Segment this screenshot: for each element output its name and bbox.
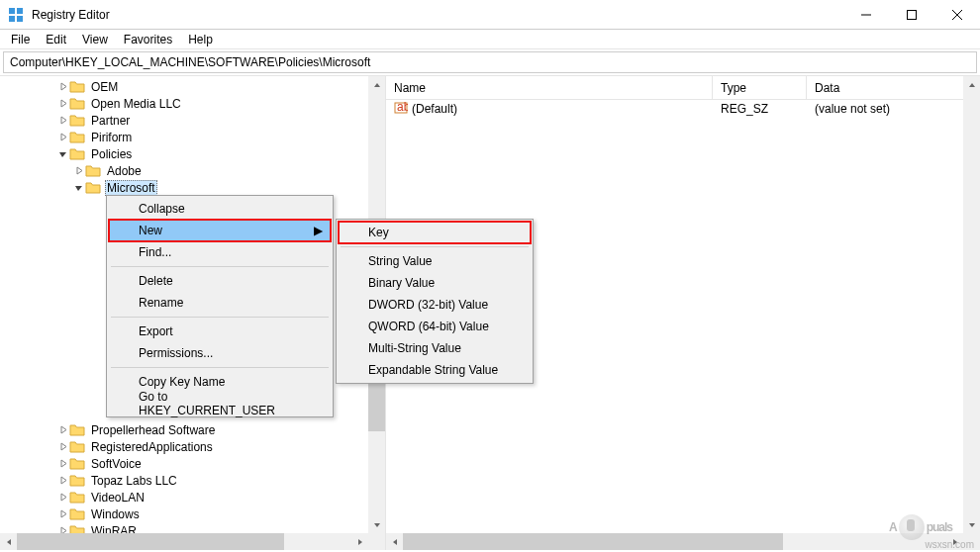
col-data[interactable]: Data [807, 76, 980, 99]
tree-item[interactable]: Topaz Labs LLC [0, 472, 385, 489]
scroll-left-icon[interactable] [0, 533, 17, 550]
expander-closed-icon[interactable] [55, 99, 69, 108]
expander-open-icon[interactable] [55, 149, 69, 158]
list-scroll-vertical[interactable] [963, 76, 980, 533]
menu-item[interactable]: Multi-String Value [339, 337, 531, 359]
tree-item[interactable]: SoftVoice [0, 455, 385, 472]
menu-item[interactable]: Key [339, 222, 531, 243]
tree-item-label: Propellerhead Software [89, 423, 217, 437]
tree-item[interactable]: Propellerhead Software [0, 421, 385, 438]
folder-icon [69, 456, 85, 472]
menu-item[interactable]: New▶ [109, 220, 331, 241]
tree-item[interactable]: Policies [0, 145, 385, 162]
scroll-track[interactable] [403, 533, 946, 550]
col-name[interactable]: Name [386, 76, 713, 99]
menu-item[interactable]: Export [109, 321, 331, 342]
menu-item-label: Go to HKEY_CURRENT_USER [139, 390, 301, 417]
menu-item[interactable]: QWORD (64-bit) Value [339, 316, 531, 337]
watermark-text-1: A [889, 520, 897, 534]
scroll-up-icon[interactable] [368, 76, 385, 93]
scroll-track[interactable] [963, 93, 980, 516]
menu-item-label: QWORD (64-bit) Value [368, 320, 489, 333]
expander-closed-icon[interactable] [55, 459, 69, 468]
svg-rect-1 [17, 8, 23, 14]
col-type[interactable]: Type [713, 76, 807, 99]
tree-item-label: Piriform [89, 131, 134, 144]
menu-help[interactable]: Help [181, 31, 220, 48]
menu-item-label: Multi-String Value [368, 341, 461, 355]
menu-item-label: Expandable String Value [368, 363, 498, 377]
tree-scroll-horizontal[interactable] [0, 533, 368, 550]
menu-separator [111, 367, 329, 368]
menubar: File Edit View Favorites Help [0, 30, 980, 49]
menu-item-label: Permissions... [139, 346, 213, 360]
expander-closed-icon[interactable] [55, 493, 69, 502]
menu-item[interactable]: Binary Value [339, 272, 531, 294]
menu-item[interactable]: Find... [109, 241, 331, 263]
tree-item[interactable]: Windows [0, 506, 385, 522]
maximize-button[interactable] [889, 0, 934, 30]
tree-item-label: Topaz Labs LLC [89, 474, 179, 488]
menu-item[interactable]: Delete [109, 270, 331, 292]
app-icon [8, 7, 24, 23]
expander-closed-icon[interactable] [55, 442, 69, 451]
menu-item-label: Collapse [139, 202, 185, 216]
scroll-right-icon[interactable] [351, 533, 368, 550]
menu-separator [111, 266, 329, 267]
tree-item[interactable]: OEM [0, 78, 385, 95]
tree-item[interactable]: Partner [0, 112, 385, 129]
thumbs-up-icon [899, 514, 925, 540]
expander-open-icon[interactable] [71, 183, 85, 192]
list-row[interactable]: ab (Default) REG_SZ (value not set) [386, 100, 980, 118]
menu-separator [341, 246, 529, 247]
scroll-down-icon[interactable] [368, 516, 385, 533]
close-button[interactable] [934, 0, 980, 30]
menu-item-label: DWORD (32-bit) Value [368, 298, 488, 312]
menu-edit[interactable]: Edit [39, 31, 73, 48]
tree-item[interactable]: Microsoft [0, 179, 385, 196]
tree-item[interactable]: VideoLAN [0, 489, 385, 506]
scroll-track[interactable] [17, 533, 351, 550]
tree-item[interactable]: RegisteredApplications [0, 438, 385, 455]
list-scroll-horizontal[interactable] [386, 533, 963, 550]
menu-separator [111, 317, 329, 318]
scroll-thumb[interactable] [403, 533, 783, 550]
address-bar[interactable]: Computer\HKEY_LOCAL_MACHINE\SOFTWARE\Pol… [3, 51, 977, 73]
menu-file[interactable]: File [4, 31, 37, 48]
folder-icon [69, 96, 85, 112]
menu-item[interactable]: Go to HKEY_CURRENT_USER [109, 393, 331, 414]
folder-icon [69, 506, 85, 522]
minimize-button[interactable] [843, 0, 889, 30]
value-data: (value not set) [807, 102, 980, 116]
scroll-down-icon[interactable] [963, 516, 980, 533]
expander-closed-icon[interactable] [55, 116, 69, 125]
menu-item[interactable]: Expandable String Value [339, 359, 531, 381]
expander-closed-icon[interactable] [55, 133, 69, 141]
menu-item[interactable]: Collapse [109, 198, 331, 220]
menu-item[interactable]: String Value [339, 250, 531, 272]
expander-closed-icon[interactable] [55, 82, 69, 91]
menu-item[interactable]: Rename [109, 292, 331, 314]
expander-closed-icon[interactable] [55, 509, 69, 518]
context-menu: CollapseNew▶Find...DeleteRenameExportPer… [106, 195, 334, 417]
menu-view[interactable]: View [75, 31, 115, 48]
expander-closed-icon[interactable] [55, 476, 69, 485]
scroll-left-icon[interactable] [386, 533, 403, 550]
folder-icon [85, 180, 101, 196]
tree-item[interactable]: Open Media LLC [0, 95, 385, 112]
tree-item[interactable]: Piriform [0, 129, 385, 145]
submenu-arrow-icon: ▶ [314, 224, 323, 237]
menu-item[interactable]: Permissions... [109, 342, 331, 364]
scroll-up-icon[interactable] [963, 76, 980, 93]
menu-favorites[interactable]: Favorites [117, 31, 179, 48]
menu-item-label: New [139, 224, 162, 237]
tree-item-label: Windows [89, 507, 142, 521]
value-type: REG_SZ [713, 102, 807, 116]
context-submenu-new: KeyString ValueBinary ValueDWORD (32-bit… [336, 219, 534, 384]
menu-item[interactable]: DWORD (32-bit) Value [339, 294, 531, 316]
scroll-thumb[interactable] [17, 533, 284, 550]
svg-rect-5 [908, 10, 917, 19]
expander-closed-icon[interactable] [71, 166, 85, 175]
expander-closed-icon[interactable] [55, 425, 69, 434]
tree-item[interactable]: Adobe [0, 162, 385, 179]
